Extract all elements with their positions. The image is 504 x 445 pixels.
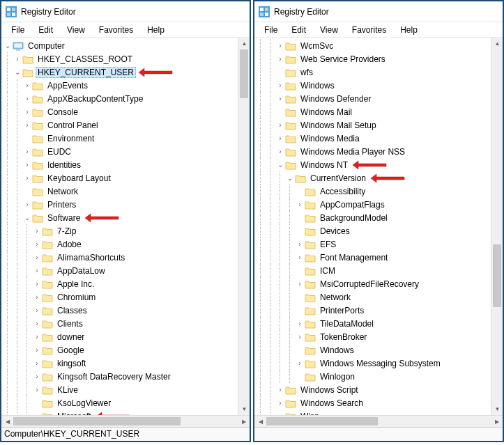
tree-node[interactable]: Network — [3, 185, 250, 198]
chevron-right-icon[interactable]: › — [32, 320, 42, 327]
tree-node-label[interactable]: AppDataLow — [55, 265, 107, 276]
tree-node-label[interactable]: AppXBackupContentType — [45, 93, 145, 104]
tree-node-label[interactable]: HKEY_CLASSES_ROOT — [36, 54, 135, 65]
chevron-down-icon[interactable]: ⌄ — [3, 42, 13, 49]
tree-node[interactable]: ›Kingsoft DataRecovery Master — [3, 370, 250, 383]
tree-node-label[interactable]: Keyboard Layout — [45, 173, 113, 184]
tree-node[interactable]: ⌄HKEY_CURRENT_USER — [3, 65, 250, 79]
chevron-right-icon[interactable]: › — [32, 359, 42, 367]
tree-node[interactable]: ›Keyboard Layout — [3, 171, 250, 185]
tree-node-label[interactable]: Environment — [45, 133, 96, 144]
tree-node-label[interactable]: Font Management — [318, 252, 390, 263]
tree-node[interactable]: ›Windows Media — [256, 132, 503, 145]
tree-node-label[interactable]: Windows Defender — [298, 93, 373, 104]
chevron-down-icon[interactable]: ⌄ — [13, 68, 22, 76]
tree-node[interactable]: ⌄Windows NT — [256, 158, 503, 171]
menu-edit[interactable]: Edit — [284, 24, 313, 36]
tree-node[interactable]: ›Identities — [3, 158, 250, 171]
chevron-right-icon[interactable]: › — [295, 359, 305, 367]
menu-file[interactable]: File — [4, 24, 31, 36]
tree-node-label[interactable]: Adobe — [55, 239, 84, 250]
tree-node[interactable]: ›WcmSvc — [256, 39, 503, 52]
scrollbar-horizontal[interactable]: ◀ ▶ — [254, 415, 503, 427]
tree-node[interactable]: ›Windows Search — [256, 396, 503, 409]
chevron-right-icon[interactable]: › — [22, 95, 32, 102]
tree-node-label[interactable]: Chromium — [55, 292, 98, 303]
chevron-right-icon[interactable]: › — [275, 95, 285, 102]
tree-node[interactable]: Devices — [256, 224, 503, 237]
tree-node-label[interactable]: Devices — [318, 226, 352, 237]
tree-node[interactable]: Windows — [256, 343, 503, 357]
tree-node[interactable]: Network — [256, 290, 503, 304]
scrollbar-vertical[interactable]: ▲ ▼ — [238, 38, 250, 415]
tree-node[interactable]: PrinterPorts — [256, 304, 503, 317]
tree-node-label[interactable]: Windows Mail — [298, 107, 354, 118]
tree-node-label[interactable]: BackgroundModel — [318, 212, 390, 224]
scroll-right-icon[interactable]: ▶ — [491, 416, 503, 428]
tree-node[interactable]: Wisp — [256, 409, 503, 415]
title-bar[interactable]: Registry Editor — [254, 1, 503, 22]
chevron-right-icon[interactable]: › — [295, 240, 305, 248]
scroll-down-icon[interactable]: ▼ — [238, 403, 250, 415]
chevron-right-icon[interactable]: › — [32, 253, 42, 261]
chevron-right-icon[interactable]: › — [275, 55, 285, 63]
tree-node[interactable]: ›Classes — [3, 304, 250, 317]
tree-node[interactable]: ›Windows Messaging Subsystem — [256, 357, 503, 370]
chevron-right-icon[interactable]: › — [32, 333, 42, 341]
chevron-right-icon[interactable]: › — [275, 134, 285, 142]
tree-node-label[interactable]: Control Panel — [45, 120, 100, 131]
chevron-right-icon[interactable]: › — [22, 148, 32, 155]
scrollbar-horizontal[interactable]: ◀ ▶ — [1, 415, 250, 427]
tree-node-label[interactable]: Apple Inc. — [55, 279, 96, 290]
tree-node[interactable]: ›Windows Defender — [256, 92, 503, 105]
tree-node-label[interactable]: Windows Media Player NSS — [298, 146, 407, 157]
tree-node[interactable]: ›kingsoft — [3, 357, 250, 370]
scroll-left-icon[interactable]: ◀ — [1, 416, 13, 428]
chevron-right-icon[interactable]: › — [275, 121, 285, 129]
scroll-up-icon[interactable]: ▲ — [491, 38, 503, 49]
chevron-right-icon[interactable]: › — [275, 148, 285, 155]
tree-node-label[interactable]: Software — [45, 212, 82, 224]
tree-node-label[interactable]: Google — [55, 345, 86, 356]
title-bar[interactable]: Registry Editor — [1, 1, 250, 22]
tree-node-label[interactable]: Computer — [26, 40, 67, 52]
chevron-right-icon[interactable]: › — [32, 267, 42, 274]
menu-view[interactable]: View — [313, 24, 345, 36]
tree-node[interactable]: BackgroundModel — [256, 211, 503, 224]
chevron-right-icon[interactable]: › — [275, 399, 285, 407]
chevron-right-icon[interactable]: › — [32, 306, 42, 314]
tree-node[interactable]: ›downer — [3, 330, 250, 343]
tree-node[interactable]: ⌄CurrentVersion — [256, 171, 503, 185]
tree-node[interactable]: ›TileDataModel — [256, 317, 503, 330]
tree-node[interactable]: ›Control Panel — [3, 118, 250, 132]
chevron-right-icon[interactable]: › — [22, 201, 32, 208]
tree-node[interactable]: ›EFS — [256, 237, 503, 251]
tree-node-label[interactable]: kingsoft — [55, 358, 88, 369]
chevron-right-icon[interactable]: › — [32, 346, 42, 354]
tree-node-label[interactable]: downer — [55, 331, 86, 343]
tree-node[interactable]: ›Apple Inc. — [3, 277, 250, 290]
tree-node[interactable]: ›Printers — [3, 198, 250, 211]
menu-file[interactable]: File — [257, 24, 284, 36]
tree-node[interactable]: ›AppEvents — [3, 79, 250, 92]
chevron-right-icon[interactable]: › — [32, 227, 42, 235]
tree-node-label[interactable]: wfs — [298, 67, 315, 78]
tree-node[interactable]: ›AppDataLow — [3, 264, 250, 277]
chevron-right-icon[interactable]: › — [32, 240, 42, 248]
tree-node-label[interactable]: AlimamaShortcuts — [55, 252, 127, 263]
chevron-down-icon[interactable]: ⌄ — [22, 214, 32, 221]
tree-node-label[interactable]: Clients — [55, 318, 85, 329]
chevron-right-icon[interactable]: › — [32, 386, 42, 393]
tree-node-label[interactable]: Kingsoft DataRecovery Master — [55, 371, 173, 382]
menu-favorites[interactable]: Favorites — [92, 24, 140, 36]
tree-node[interactable]: ICM — [256, 264, 503, 277]
tree-node-label[interactable]: EUDC — [45, 146, 73, 157]
tree-node[interactable]: ›Console — [3, 105, 250, 118]
tree-node-label[interactable]: Winlogon — [318, 371, 357, 382]
menu-favorites[interactable]: Favorites — [345, 24, 393, 36]
tree-node-label[interactable]: Windows NT — [298, 159, 350, 171]
tree-node[interactable]: ›AppXBackupContentType — [3, 92, 250, 105]
tree-node[interactable]: Environment — [3, 132, 250, 145]
tree-node[interactable]: Windows Mail — [256, 105, 503, 118]
tree-node-label[interactable]: Identities — [45, 159, 83, 171]
